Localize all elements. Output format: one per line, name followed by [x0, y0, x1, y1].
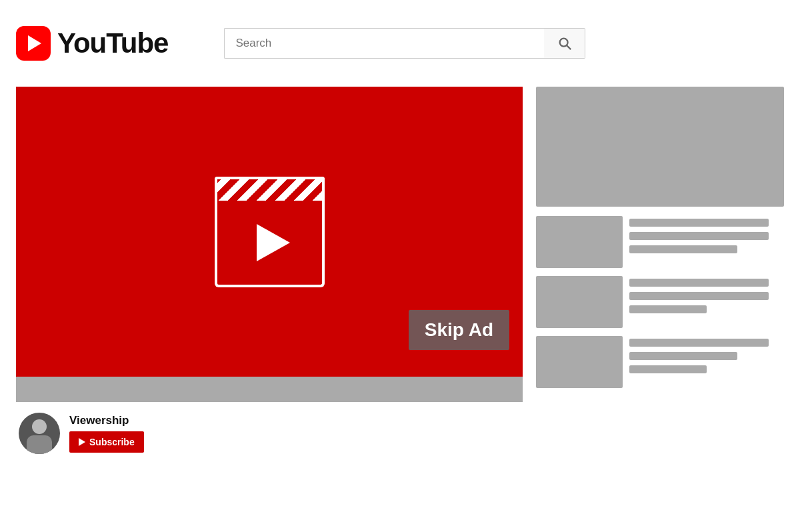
subscribe-button[interactable]: Subscribe — [69, 431, 144, 453]
video-title-line1 — [629, 339, 769, 347]
video-text-info — [629, 276, 784, 313]
video-meta-line1 — [629, 365, 707, 373]
search-button[interactable] — [544, 28, 585, 59]
skip-ad-button[interactable]: Skip Ad — [409, 310, 509, 350]
search-icon — [557, 36, 572, 51]
list-item[interactable] — [536, 276, 784, 328]
video-title-line2 — [629, 232, 769, 240]
video-meta-line1 — [629, 305, 707, 313]
video-thumbnail — [536, 336, 623, 388]
subscribe-label: Subscribe — [89, 437, 135, 447]
avatar-head — [32, 419, 47, 434]
logo-text: YouTube — [57, 27, 168, 59]
main-content: Skip Ad Viewership Subscribe — [0, 87, 800, 454]
video-progress-bar[interactable] — [16, 377, 523, 402]
video-text-info — [629, 216, 784, 253]
video-title-line1 — [629, 279, 769, 287]
svg-point-0 — [560, 39, 568, 47]
youtube-logo-icon — [16, 26, 51, 61]
video-thumbnail — [536, 276, 623, 328]
list-item[interactable] — [536, 336, 784, 388]
avatar-body — [27, 435, 52, 454]
search-area — [224, 28, 585, 59]
video-title-line1 — [629, 219, 769, 227]
clapper-body — [215, 201, 325, 287]
video-title-line2 — [629, 292, 769, 300]
video-meta-line1 — [629, 245, 737, 253]
video-title-line2 — [629, 352, 737, 360]
list-item[interactable] — [536, 216, 784, 268]
logo-area: YouTube — [16, 26, 168, 61]
svg-line-1 — [567, 45, 571, 49]
sidebar-banner — [536, 87, 784, 207]
right-column — [536, 87, 784, 454]
play-icon — [257, 224, 290, 261]
left-column: Skip Ad Viewership Subscribe — [16, 87, 523, 454]
channel-area: Viewership Subscribe — [16, 413, 523, 454]
clapper-top — [215, 177, 325, 201]
video-placeholder-icon — [215, 177, 325, 287]
video-player[interactable]: Skip Ad — [16, 87, 523, 377]
header: YouTube — [0, 0, 800, 87]
subscribe-play-icon — [79, 438, 85, 446]
video-text-info — [629, 336, 784, 373]
suggested-video-list — [536, 216, 784, 388]
channel-name: Viewership — [69, 414, 144, 427]
search-input[interactable] — [224, 28, 544, 59]
video-thumbnail — [536, 216, 623, 268]
avatar-image — [27, 417, 52, 454]
avatar — [19, 413, 60, 454]
channel-info: Viewership Subscribe — [69, 414, 144, 453]
